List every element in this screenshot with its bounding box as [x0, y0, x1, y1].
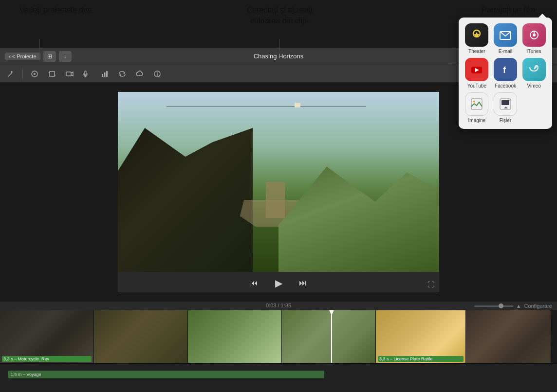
back-chevron-icon: ‹	[9, 53, 11, 59]
skip-forward-button[interactable]: ⏭	[296, 276, 310, 290]
color-wheel-icon	[31, 70, 38, 78]
video-frame	[118, 92, 439, 272]
svg-point-28	[533, 34, 536, 36]
share-item-youtube[interactable]: YouTube	[464, 58, 489, 89]
clip-3-thumb	[188, 310, 281, 363]
svg-marker-37	[504, 107, 508, 108]
vimeo-label: Vimeo	[527, 83, 541, 89]
email-icon	[494, 23, 517, 47]
clip-4-thumb	[282, 310, 375, 363]
timeline-area: 3,3 s – Motorcycle_Rev	[0, 310, 557, 392]
svg-rect-11	[50, 71, 55, 76]
timeline-config: ▲ Configurare	[474, 302, 552, 310]
annotation-line-left	[39, 39, 40, 58]
annotation-center: Corectați și ajustațiculoarea din clip.	[247, 5, 313, 44]
color-tool[interactable]	[29, 68, 40, 80]
audio-bar-1: 1,5 m – Voyage	[8, 371, 324, 378]
video-tool[interactable]	[64, 68, 75, 80]
cable-line	[167, 107, 366, 107]
share-item-theater[interactable]: Theater	[464, 23, 489, 54]
zoom-slider[interactable]	[474, 305, 513, 307]
crop-icon	[48, 70, 56, 78]
imagine-icon	[465, 92, 488, 116]
theater-icon	[465, 23, 488, 47]
clip-1[interactable]: 3,3 s – Motorcycle_Rev	[0, 310, 94, 363]
svg-line-5	[8, 73, 12, 77]
back-button[interactable]: ‹ < Proiecte	[5, 53, 40, 60]
fullscreen-icon: ⛶	[427, 281, 434, 288]
clip-6[interactable]	[466, 310, 551, 363]
share-popup: Theater E-mail iTunes	[459, 18, 552, 129]
share-item-vimeo[interactable]: Vimeo	[521, 58, 546, 89]
clip-5[interactable]: 3,3 s – License Plate Rattle	[376, 310, 466, 363]
theater-label: Theater	[468, 49, 485, 54]
cloud-icon	[136, 70, 144, 78]
cloud-tool[interactable]	[134, 68, 146, 80]
clip-5-thumb	[376, 310, 465, 363]
email-label: E-mail	[499, 49, 512, 54]
svg-text:f: f	[503, 65, 506, 75]
share-item-email[interactable]: E-mail	[493, 23, 518, 54]
youtube-label: YouTube	[467, 83, 486, 89]
share-item-itunes[interactable]: iTunes	[521, 23, 546, 54]
title-bar-left: ‹ < Proiecte ⊞ ↓	[5, 51, 72, 62]
project-title: Chasing Horizons	[254, 53, 304, 60]
timeline-tracks: 3,3 s – Motorcycle_Rev	[0, 310, 557, 392]
graph-icon	[101, 70, 109, 78]
facebook-icon: f	[494, 58, 517, 81]
download-icon: ↓	[64, 53, 67, 60]
graph-tool[interactable]	[99, 68, 111, 80]
svg-rect-19	[104, 72, 106, 77]
clip-6-thumb	[466, 310, 551, 363]
audio-icon	[83, 70, 91, 78]
itunes-label: iTunes	[527, 49, 541, 54]
svg-point-34	[473, 101, 475, 103]
share-item-fisier[interactable]: Fișier	[493, 92, 518, 123]
mountain-icon: ▲	[516, 303, 521, 309]
skip-forward-icon: ⏭	[299, 279, 307, 287]
fisier-label: Fișier	[500, 118, 511, 123]
svg-rect-18	[102, 74, 103, 77]
view-toggle-button[interactable]: ⊞	[43, 51, 56, 62]
download-button[interactable]: ↓	[59, 51, 72, 62]
facebook-label: Facebook	[495, 83, 516, 89]
back-label: < Proiecte	[12, 53, 37, 59]
play-button[interactable]: ▶	[271, 276, 286, 290]
clip-2[interactable]	[94, 310, 188, 363]
clip-4[interactable]	[282, 310, 376, 363]
skip-back-button[interactable]: ⏮	[247, 276, 261, 290]
imagine-label: Imagine	[468, 118, 486, 123]
magic-wand-tool[interactable]	[5, 68, 17, 80]
share-item-facebook[interactable]: f Facebook	[493, 58, 518, 89]
zoom-thumb	[499, 303, 503, 308]
fullscreen-button[interactable]: ⛶	[427, 281, 434, 288]
clip-1-thumb	[0, 310, 93, 363]
svg-rect-36	[501, 100, 509, 105]
annotation-line-center	[279, 39, 280, 58]
info-icon	[153, 70, 161, 78]
loop-tool[interactable]	[116, 68, 128, 80]
main-content: ⏮ ▶ ⏭ ⛶ 0:03 / 1:35	[0, 83, 557, 392]
share-item-imagine[interactable]: Imagine	[464, 92, 489, 123]
loop-icon	[118, 70, 126, 78]
svg-rect-20	[106, 71, 108, 77]
itunes-icon	[522, 23, 546, 47]
vimeo-icon	[522, 58, 546, 81]
skip-back-icon: ⏮	[250, 279, 258, 287]
clip-3[interactable]	[188, 310, 282, 363]
playhead	[331, 310, 332, 363]
toolbar-sep-1	[22, 69, 23, 79]
fisier-icon	[494, 92, 517, 116]
audio-tool[interactable]	[81, 68, 93, 80]
video-track: 3,3 s – Motorcycle_Rev	[0, 310, 557, 364]
svg-rect-14	[66, 72, 71, 76]
svg-point-10	[34, 73, 36, 75]
info-tool[interactable]	[151, 68, 163, 80]
svg-point-8	[11, 71, 12, 72]
crop-tool[interactable]	[46, 68, 58, 80]
time-display: 0:03 / 1:35 ▲ Configurare	[0, 302, 557, 310]
current-time: 0:03	[266, 303, 276, 308]
magic-wand-icon	[7, 70, 15, 78]
clip-2-thumb	[94, 310, 187, 363]
svg-rect-15	[85, 71, 86, 75]
